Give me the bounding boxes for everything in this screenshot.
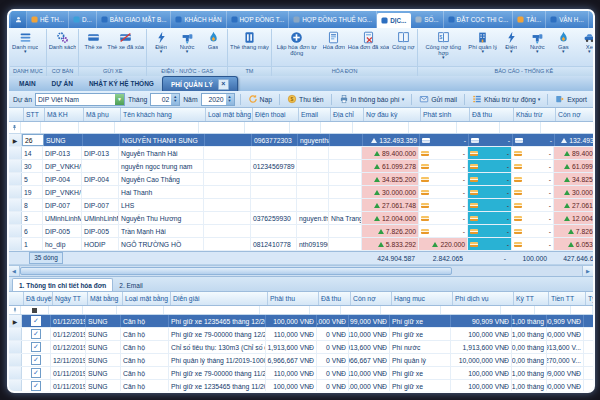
cell-ky_tt[interactable]: 1,00 tháng [512, 367, 547, 379]
ribbon-button[interactable]: Nước▾ [524, 30, 550, 53]
cell-duyet[interactable]: ✓ [22, 341, 51, 353]
app-tab[interactable]: LỊCH LÀM... [589, 11, 593, 28]
cell-loai[interactable]: Căn hộ [121, 380, 169, 392]
cell-dien_thoai[interactable]: 01234569789 [251, 160, 297, 172]
toolbar-button[interactable]: Export [553, 94, 589, 104]
cell-con_no[interactable]: 99,000 VNĐ [349, 315, 390, 327]
cell-khau_tru[interactable]: - [512, 225, 554, 237]
cell-duyet[interactable]: ✓ [22, 354, 51, 366]
cell-ngay_tt[interactable]: 12/11/2019 [51, 354, 86, 366]
cell-khau_tru[interactable]: - [512, 160, 554, 172]
cell-phi_dich_vu[interactable]: 90,909 VNĐ [451, 315, 512, 327]
col-header-ma_kh[interactable]: Mã KH [45, 108, 84, 121]
scroll-right-icon[interactable]: ▶ [582, 266, 593, 276]
cell-ma_kh[interactable]: DIP_VNKH/6... [43, 186, 82, 198]
col-header-ty_le[interactable]: Tỷ lệ CK [586, 292, 593, 305]
cell-no_dau_ky[interactable]: 89.400.000 [362, 147, 419, 159]
cell-phai_thu[interactable]: 1,913,600 VNĐ [266, 341, 317, 353]
cell-ma_kh[interactable]: DIP-005 [43, 225, 82, 237]
row-selector[interactable] [9, 199, 22, 211]
detail-tab[interactable]: 2. Email [113, 279, 148, 291]
doc-tab[interactable]: NHẬT KÝ HỆ THỐNG [81, 76, 162, 91]
cell-ma_phu[interactable] [82, 160, 119, 172]
table-row[interactable]: 3UMinhLinhMieuUMinhLinhM...Nguyễn Thu Hư… [9, 212, 593, 225]
close-icon[interactable]: × [218, 79, 229, 90]
ribbon-button[interactable]: Phí quản lý▾ [467, 30, 498, 53]
cell-dien_giai[interactable]: Phí quản lý tháng 11/2019-1000.00 m2 [169, 354, 266, 366]
cell-dia_chi[interactable] [329, 160, 362, 172]
cell-dien_thoai[interactable] [251, 147, 297, 159]
cell-duyet[interactable]: ✓ [22, 328, 51, 340]
cell-no_dau_ky[interactable]: 12.004.000 [362, 212, 419, 224]
cell-loai[interactable] [204, 186, 251, 198]
col-header-phai_thu[interactable]: Phải thu [268, 292, 319, 305]
cell-dien_giai[interactable]: Chỉ số tiêu thụ: 130m3 (Chỉ số đầu: 0 - … [169, 341, 266, 353]
cell-loai[interactable] [205, 134, 252, 146]
cell-loai[interactable]: Căn hộ [121, 367, 169, 379]
cell-email[interactable] [297, 186, 329, 198]
ribbon-button[interactable]: Danh sách [48, 30, 78, 50]
table-row[interactable]: 14DIP-013DIP-013Nguyễn Thanh Hải89.400.0… [9, 147, 593, 160]
cell-ten[interactable]: Nguyễn Thanh Hải [119, 147, 204, 159]
cell-dia_chi[interactable] [329, 225, 362, 237]
cell-no_dau_ky[interactable]: 7.826.200 [362, 225, 419, 237]
cell-con_no[interactable]: 132.493.359 [555, 134, 593, 146]
checkbox-checked-icon[interactable]: ✓ [31, 316, 41, 326]
cell-khau_tru[interactable]: - [512, 199, 554, 211]
col-header-con_no[interactable]: Còn nợ [351, 292, 392, 305]
table-row[interactable]: 19DIP_VNKH/6...Hai Thanh30.000.000---30.… [9, 186, 593, 199]
cell-ky_tt[interactable]: 1,00 tháng [512, 380, 547, 392]
detail-tab[interactable]: 1. Thông tin chi tiết hóa đơn [12, 278, 113, 291]
cell-phat_sinh[interactable]: - [419, 225, 468, 237]
cell-khau_tru[interactable]: - [512, 238, 554, 250]
cell-no_dau_ky[interactable]: 132.493.359 [363, 134, 420, 146]
cell-da_thu[interactable]: - [468, 173, 512, 185]
cell-mat_bang[interactable]: SUNG [86, 354, 121, 366]
cell-phai_thu[interactable]: 6,966,667 VNĐ [266, 354, 317, 366]
cell-dien_giai[interactable]: Phí giữ xe 79-00000 tháng 12/2019 [169, 328, 266, 340]
spinner-buttons[interactable]: ▲▼ [171, 94, 179, 105]
app-tab[interactable]: HỢP ĐỒNG THUÊ NG... [289, 11, 377, 28]
cell-dien_thoai[interactable]: 0812410778 [251, 238, 297, 250]
checkbox-checked-icon[interactable]: ✓ [31, 329, 41, 339]
cell-no_dau_ky[interactable]: 61.099.278 [362, 160, 419, 172]
filter-cell[interactable] [117, 306, 164, 314]
col-header-no_dau_ky[interactable]: Nợ đầu kỳ [364, 108, 421, 121]
cell-tien_tt[interactable]: 90,909 VNĐ [547, 315, 584, 327]
cell-phai_thu[interactable]: 100,000 VNĐ [266, 380, 317, 392]
row-selector[interactable] [9, 173, 22, 185]
cell-hang_muc[interactable]: Phí giữ xe [390, 328, 451, 340]
col-header-duyet[interactable]: Đã duyệt [24, 292, 53, 305]
checkbox-checked-icon[interactable]: ✓ [31, 368, 41, 378]
row-selector[interactable] [9, 238, 22, 250]
ribbon-button[interactable]: Điện▾ [498, 30, 524, 53]
cell-loai[interactable]: Căn hộ [121, 354, 169, 366]
filter-cell[interactable] [353, 122, 409, 133]
row-selector[interactable] [9, 328, 22, 340]
cell-mat_bang[interactable]: SUNG [86, 380, 121, 392]
cell-ma_phu[interactable]: UMinhLinhM... [82, 212, 119, 224]
cell-loai[interactable]: Căn hộ [121, 315, 169, 327]
cell-loai[interactable] [204, 160, 251, 172]
col-header-phi_dich_vu[interactable]: Phí dịch vụ [453, 292, 514, 305]
app-tab[interactable] [11, 11, 27, 28]
cell-email[interactable] [297, 173, 329, 185]
cell-da_thu[interactable]: - [468, 186, 512, 198]
cell-ten[interactable]: Nguyễn Thu Hương [119, 212, 204, 224]
cell-email[interactable] [297, 225, 329, 237]
cell-ma_phu[interactable]: DIP-007 [82, 199, 119, 211]
cell-ngay_tt[interactable]: 01/12/2019 [51, 328, 86, 340]
cell-phai_thu[interactable]: 110,000 VNĐ [266, 367, 317, 379]
filter-cell[interactable] [115, 122, 199, 133]
cell-tien_tt[interactable]: 1,913,600 V... [547, 341, 584, 353]
filter-cell[interactable] [290, 122, 321, 133]
filter-cell[interactable] [441, 306, 501, 314]
filter-cell[interactable] [49, 306, 83, 314]
col-header-mat_bang[interactable]: Mặt bằng [88, 292, 123, 305]
cell-ten[interactable]: NGÔ TRƯỜNG HỒ [119, 238, 204, 250]
cell-phat_sinh[interactable]: - [419, 160, 468, 172]
checkbox-filter[interactable] [32, 308, 37, 313]
toolbar-button[interactable]: Nạp [246, 94, 274, 104]
ribbon-button[interactable]: Hóa đơn [321, 30, 347, 50]
col-header-phat_sinh[interactable]: Phát sinh [421, 108, 470, 121]
